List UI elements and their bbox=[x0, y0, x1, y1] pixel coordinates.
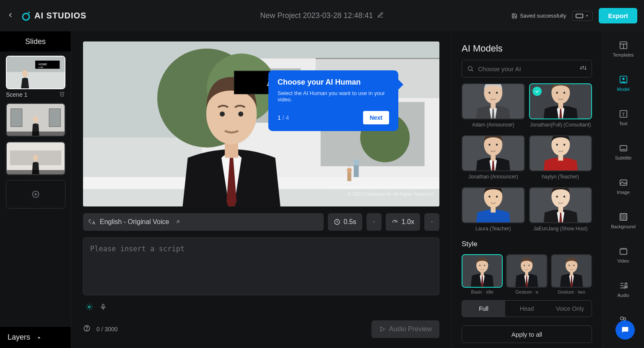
pose-tab-voice[interactable]: Voice Only bbox=[548, 301, 592, 317]
slide-thumb-1[interactable]: HOMEfor SALE bbox=[6, 56, 65, 89]
speed-button[interactable]: 1.0x bbox=[386, 213, 420, 231]
svg-rect-37 bbox=[347, 172, 351, 181]
duration-button[interactable]: 0.5s bbox=[328, 213, 362, 231]
svg-point-74 bbox=[488, 144, 490, 145]
model-thumb[interactable] bbox=[529, 83, 592, 119]
style-card[interactable]: Gesture · two bbox=[551, 254, 592, 294]
model-thumb[interactable] bbox=[462, 187, 525, 223]
save-status-label: Saved successfully bbox=[520, 13, 566, 19]
search-icon bbox=[467, 65, 474, 72]
pose-tab-full[interactable]: Full bbox=[462, 301, 505, 317]
export-button[interactable]: Export bbox=[599, 8, 637, 23]
app-header: AI STUDIOS New Project 2023-03-28 12:48:… bbox=[0, 0, 644, 31]
duration-dropdown[interactable] bbox=[366, 213, 382, 231]
microphone-icon[interactable] bbox=[100, 304, 106, 312]
model-label: Laura (Teacher) bbox=[475, 226, 511, 232]
duration-value: 0.5s bbox=[344, 218, 356, 226]
rail-audio[interactable]: Audio bbox=[602, 278, 644, 300]
rail-subtitle[interactable]: Subtittle bbox=[602, 141, 644, 163]
rail-model[interactable]: Model bbox=[602, 72, 644, 94]
model-card[interactable]: Laura (Teacher) bbox=[462, 187, 525, 232]
script-input[interactable] bbox=[83, 237, 439, 295]
model-thumb[interactable] bbox=[529, 187, 592, 223]
speed-dropdown[interactable] bbox=[424, 213, 439, 231]
style-thumb[interactable] bbox=[462, 254, 503, 288]
svg-point-131 bbox=[626, 286, 627, 288]
svg-point-9 bbox=[22, 70, 28, 77]
svg-text:for SALE: for SALE bbox=[39, 67, 44, 68]
chat-support-button[interactable] bbox=[615, 320, 635, 340]
ai-assist-icon[interactable] bbox=[86, 303, 93, 312]
edit-title-icon[interactable] bbox=[377, 12, 384, 20]
device-preview-button[interactable] bbox=[572, 11, 593, 21]
rail-background[interactable]: Background bbox=[602, 210, 644, 232]
svg-point-1 bbox=[28, 12, 30, 13]
model-card[interactable]: JaEunJang (Show Host) bbox=[529, 187, 592, 232]
svg-point-132 bbox=[620, 317, 623, 320]
rail-text-label: Text bbox=[619, 121, 627, 126]
style-card[interactable]: Gesture · a bbox=[506, 254, 547, 294]
model-thumb[interactable] bbox=[462, 135, 525, 171]
layers-label: Layers bbox=[8, 333, 30, 342]
rail-image-label: Image bbox=[617, 190, 630, 195]
model-thumb[interactable] bbox=[529, 135, 592, 171]
svg-point-89 bbox=[556, 196, 558, 197]
svg-rect-35 bbox=[354, 165, 359, 177]
rail-image[interactable]: Image bbox=[602, 175, 644, 197]
svg-point-100 bbox=[529, 265, 530, 266]
tooltip-body: Select the AI Human you want to use in y… bbox=[278, 90, 389, 103]
delete-scene-button[interactable] bbox=[59, 91, 65, 98]
rail-video[interactable]: Video bbox=[602, 244, 644, 266]
language-selector[interactable]: English - Original Voice bbox=[83, 213, 324, 231]
style-thumb[interactable] bbox=[506, 254, 547, 288]
model-label: Adam (Announcer) bbox=[472, 122, 514, 128]
onboarding-tooltip: Choose your AI Human Select the AI Human… bbox=[268, 70, 398, 131]
rail-text[interactable]: T Text bbox=[602, 107, 644, 129]
slide-thumb-2[interactable] bbox=[6, 103, 65, 137]
style-card[interactable]: Basic · idle bbox=[462, 254, 503, 294]
canvas-footer-l2: © 2023 Deepbrain AI. All Rights Reserved bbox=[330, 191, 434, 198]
model-search-input[interactable] bbox=[478, 65, 576, 72]
svg-point-94 bbox=[479, 265, 480, 266]
svg-rect-11 bbox=[11, 109, 22, 127]
model-card[interactable]: Jonathan (Announcer) bbox=[462, 135, 525, 180]
speed-value: 1.0x bbox=[402, 218, 414, 226]
slides-panel: Slides HOMEfor SALE Scene 1 bbox=[0, 31, 71, 348]
brand-logo[interactable]: AI STUDIOS bbox=[21, 11, 86, 21]
model-label: haylyn (Teacher) bbox=[542, 174, 579, 180]
canvas-footer-l1: Lorem ipsum dolor sit amet, consectetuer… bbox=[330, 183, 434, 191]
svg-point-36 bbox=[347, 168, 352, 173]
add-slide-button[interactable] bbox=[6, 180, 65, 209]
rail-background-label: Background bbox=[611, 224, 636, 229]
project-title: New Project 2023-03-28 12:48:41 bbox=[260, 11, 373, 20]
apply-all-button[interactable]: Apply to all bbox=[462, 325, 592, 343]
model-label: Jonathan (Announcer) bbox=[468, 174, 518, 180]
filter-icon[interactable] bbox=[580, 64, 587, 73]
tooltip-next-button[interactable]: Next bbox=[363, 111, 389, 124]
style-label: Gesture · a bbox=[515, 289, 538, 294]
svg-point-84 bbox=[488, 196, 490, 197]
back-button[interactable] bbox=[7, 11, 14, 21]
slide-thumb-3[interactable] bbox=[6, 142, 65, 175]
model-thumb[interactable] bbox=[462, 83, 525, 119]
pose-tab-head[interactable]: Head bbox=[505, 301, 548, 317]
svg-point-0 bbox=[23, 13, 29, 20]
layers-toggle[interactable]: Layers bbox=[0, 326, 71, 348]
help-icon[interactable] bbox=[83, 325, 91, 334]
brand-text: AI STUDIOS bbox=[34, 11, 86, 21]
language-label: English - Original Voice bbox=[100, 218, 169, 226]
rail-templates[interactable]: Templates bbox=[602, 38, 644, 60]
style-label: Basic · idle bbox=[471, 289, 493, 294]
model-card[interactable]: Adam (Announcer) bbox=[462, 83, 525, 128]
model-card[interactable]: Jonathan(Full) (Consultant) bbox=[529, 83, 592, 128]
svg-line-118 bbox=[620, 214, 624, 218]
svg-point-65 bbox=[496, 92, 498, 93]
svg-rect-14 bbox=[7, 131, 65, 137]
audio-preview-button[interactable]: Audio Preview bbox=[371, 320, 439, 338]
model-card[interactable]: haylyn (Teacher) bbox=[529, 135, 592, 180]
svg-point-13 bbox=[33, 116, 38, 123]
svg-point-110 bbox=[622, 77, 625, 80]
model-search[interactable] bbox=[462, 60, 592, 77]
style-thumb[interactable] bbox=[551, 254, 592, 288]
svg-point-104 bbox=[569, 265, 570, 266]
